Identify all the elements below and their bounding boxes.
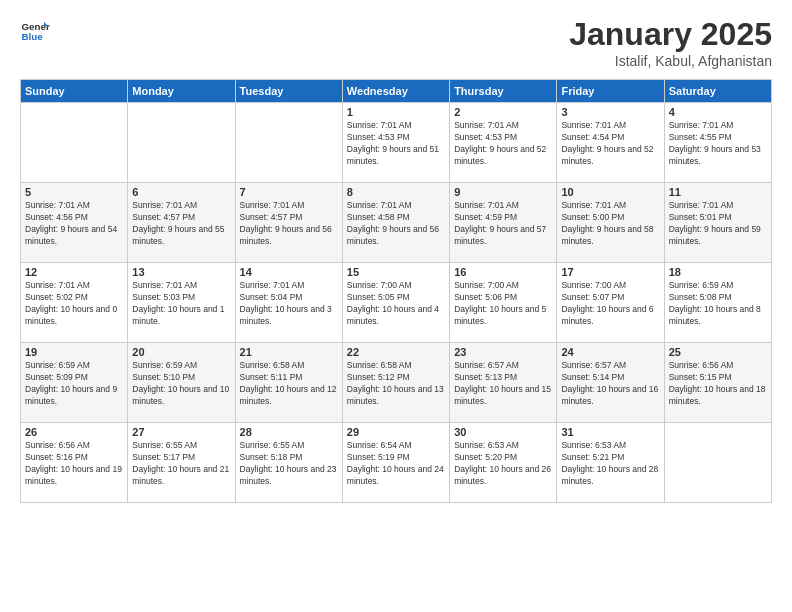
calendar-cell: 12Sunrise: 7:01 AM Sunset: 5:02 PM Dayli… <box>21 263 128 343</box>
cell-content: Sunrise: 6:55 AM Sunset: 5:18 PM Dayligh… <box>240 440 338 488</box>
day-number: 3 <box>561 106 659 118</box>
calendar-cell: 5Sunrise: 7:01 AM Sunset: 4:56 PM Daylig… <box>21 183 128 263</box>
calendar-cell: 17Sunrise: 7:00 AM Sunset: 5:07 PM Dayli… <box>557 263 664 343</box>
cell-content: Sunrise: 6:59 AM Sunset: 5:08 PM Dayligh… <box>669 280 767 328</box>
day-number: 19 <box>25 346 123 358</box>
cell-content: Sunrise: 6:56 AM Sunset: 5:16 PM Dayligh… <box>25 440 123 488</box>
day-number: 6 <box>132 186 230 198</box>
day-number: 4 <box>669 106 767 118</box>
day-number: 5 <box>25 186 123 198</box>
calendar-cell: 23Sunrise: 6:57 AM Sunset: 5:13 PM Dayli… <box>450 343 557 423</box>
calendar-cell: 29Sunrise: 6:54 AM Sunset: 5:19 PM Dayli… <box>342 423 449 503</box>
calendar-cell: 22Sunrise: 6:58 AM Sunset: 5:12 PM Dayli… <box>342 343 449 423</box>
calendar-cell: 16Sunrise: 7:00 AM Sunset: 5:06 PM Dayli… <box>450 263 557 343</box>
cell-content: Sunrise: 7:01 AM Sunset: 5:03 PM Dayligh… <box>132 280 230 328</box>
cell-content: Sunrise: 7:01 AM Sunset: 5:00 PM Dayligh… <box>561 200 659 248</box>
calendar-subtitle: Istalif, Kabul, Afghanistan <box>569 53 772 69</box>
calendar-cell <box>235 103 342 183</box>
day-number: 27 <box>132 426 230 438</box>
calendar-cell: 20Sunrise: 6:59 AM Sunset: 5:10 PM Dayli… <box>128 343 235 423</box>
calendar-cell: 26Sunrise: 6:56 AM Sunset: 5:16 PM Dayli… <box>21 423 128 503</box>
day-number: 28 <box>240 426 338 438</box>
day-number: 7 <box>240 186 338 198</box>
cell-content: Sunrise: 7:01 AM Sunset: 4:57 PM Dayligh… <box>240 200 338 248</box>
calendar-cell: 1Sunrise: 7:01 AM Sunset: 4:53 PM Daylig… <box>342 103 449 183</box>
weekday-header-wednesday: Wednesday <box>342 80 449 103</box>
calendar-cell: 4Sunrise: 7:01 AM Sunset: 4:55 PM Daylig… <box>664 103 771 183</box>
calendar-cell: 10Sunrise: 7:01 AM Sunset: 5:00 PM Dayli… <box>557 183 664 263</box>
calendar-cell: 31Sunrise: 6:53 AM Sunset: 5:21 PM Dayli… <box>557 423 664 503</box>
day-number: 18 <box>669 266 767 278</box>
calendar-cell: 30Sunrise: 6:53 AM Sunset: 5:20 PM Dayli… <box>450 423 557 503</box>
cell-content: Sunrise: 6:55 AM Sunset: 5:17 PM Dayligh… <box>132 440 230 488</box>
cell-content: Sunrise: 7:01 AM Sunset: 4:56 PM Dayligh… <box>25 200 123 248</box>
day-number: 10 <box>561 186 659 198</box>
cell-content: Sunrise: 7:00 AM Sunset: 5:06 PM Dayligh… <box>454 280 552 328</box>
day-number: 20 <box>132 346 230 358</box>
calendar-cell: 13Sunrise: 7:01 AM Sunset: 5:03 PM Dayli… <box>128 263 235 343</box>
cell-content: Sunrise: 7:01 AM Sunset: 4:58 PM Dayligh… <box>347 200 445 248</box>
calendar-cell: 15Sunrise: 7:00 AM Sunset: 5:05 PM Dayli… <box>342 263 449 343</box>
calendar-cell: 9Sunrise: 7:01 AM Sunset: 4:59 PM Daylig… <box>450 183 557 263</box>
day-number: 31 <box>561 426 659 438</box>
calendar-cell: 18Sunrise: 6:59 AM Sunset: 5:08 PM Dayli… <box>664 263 771 343</box>
weekday-header-row: SundayMondayTuesdayWednesdayThursdayFrid… <box>21 80 772 103</box>
day-number: 14 <box>240 266 338 278</box>
calendar-cell: 7Sunrise: 7:01 AM Sunset: 4:57 PM Daylig… <box>235 183 342 263</box>
day-number: 1 <box>347 106 445 118</box>
cell-content: Sunrise: 7:00 AM Sunset: 5:05 PM Dayligh… <box>347 280 445 328</box>
svg-text:Blue: Blue <box>22 31 44 42</box>
calendar-cell <box>664 423 771 503</box>
cell-content: Sunrise: 7:01 AM Sunset: 5:04 PM Dayligh… <box>240 280 338 328</box>
day-number: 22 <box>347 346 445 358</box>
day-number: 26 <box>25 426 123 438</box>
week-row-1: 1Sunrise: 7:01 AM Sunset: 4:53 PM Daylig… <box>21 103 772 183</box>
cell-content: Sunrise: 7:01 AM Sunset: 4:57 PM Dayligh… <box>132 200 230 248</box>
weekday-header-monday: Monday <box>128 80 235 103</box>
day-number: 24 <box>561 346 659 358</box>
day-number: 8 <box>347 186 445 198</box>
cell-content: Sunrise: 6:59 AM Sunset: 5:09 PM Dayligh… <box>25 360 123 408</box>
calendar-cell: 8Sunrise: 7:01 AM Sunset: 4:58 PM Daylig… <box>342 183 449 263</box>
cell-content: Sunrise: 6:59 AM Sunset: 5:10 PM Dayligh… <box>132 360 230 408</box>
day-number: 30 <box>454 426 552 438</box>
cell-content: Sunrise: 7:01 AM Sunset: 4:53 PM Dayligh… <box>347 120 445 168</box>
weekday-header-friday: Friday <box>557 80 664 103</box>
calendar-cell: 6Sunrise: 7:01 AM Sunset: 4:57 PM Daylig… <box>128 183 235 263</box>
day-number: 29 <box>347 426 445 438</box>
calendar-cell: 11Sunrise: 7:01 AM Sunset: 5:01 PM Dayli… <box>664 183 771 263</box>
day-number: 25 <box>669 346 767 358</box>
cell-content: Sunrise: 6:57 AM Sunset: 5:13 PM Dayligh… <box>454 360 552 408</box>
weekday-header-sunday: Sunday <box>21 80 128 103</box>
day-number: 21 <box>240 346 338 358</box>
cell-content: Sunrise: 7:01 AM Sunset: 4:55 PM Dayligh… <box>669 120 767 168</box>
cell-content: Sunrise: 7:00 AM Sunset: 5:07 PM Dayligh… <box>561 280 659 328</box>
week-row-3: 12Sunrise: 7:01 AM Sunset: 5:02 PM Dayli… <box>21 263 772 343</box>
cell-content: Sunrise: 6:53 AM Sunset: 5:21 PM Dayligh… <box>561 440 659 488</box>
cell-content: Sunrise: 7:01 AM Sunset: 5:02 PM Dayligh… <box>25 280 123 328</box>
cell-content: Sunrise: 7:01 AM Sunset: 4:54 PM Dayligh… <box>561 120 659 168</box>
day-number: 2 <box>454 106 552 118</box>
weekday-header-saturday: Saturday <box>664 80 771 103</box>
calendar-cell: 3Sunrise: 7:01 AM Sunset: 4:54 PM Daylig… <box>557 103 664 183</box>
cell-content: Sunrise: 6:54 AM Sunset: 5:19 PM Dayligh… <box>347 440 445 488</box>
cell-content: Sunrise: 6:58 AM Sunset: 5:11 PM Dayligh… <box>240 360 338 408</box>
cell-content: Sunrise: 7:01 AM Sunset: 4:59 PM Dayligh… <box>454 200 552 248</box>
svg-text:General: General <box>22 21 51 32</box>
week-row-2: 5Sunrise: 7:01 AM Sunset: 4:56 PM Daylig… <box>21 183 772 263</box>
week-row-5: 26Sunrise: 6:56 AM Sunset: 5:16 PM Dayli… <box>21 423 772 503</box>
calendar-table: SundayMondayTuesdayWednesdayThursdayFrid… <box>20 79 772 503</box>
logo-icon: General Blue <box>20 16 50 46</box>
day-number: 11 <box>669 186 767 198</box>
title-block: January 2025 Istalif, Kabul, Afghanistan <box>569 16 772 69</box>
day-number: 12 <box>25 266 123 278</box>
cell-content: Sunrise: 6:58 AM Sunset: 5:12 PM Dayligh… <box>347 360 445 408</box>
calendar-cell: 24Sunrise: 6:57 AM Sunset: 5:14 PM Dayli… <box>557 343 664 423</box>
cell-content: Sunrise: 7:01 AM Sunset: 5:01 PM Dayligh… <box>669 200 767 248</box>
calendar-cell: 21Sunrise: 6:58 AM Sunset: 5:11 PM Dayli… <box>235 343 342 423</box>
cell-content: Sunrise: 6:57 AM Sunset: 5:14 PM Dayligh… <box>561 360 659 408</box>
calendar-cell: 27Sunrise: 6:55 AM Sunset: 5:17 PM Dayli… <box>128 423 235 503</box>
calendar-cell: 19Sunrise: 6:59 AM Sunset: 5:09 PM Dayli… <box>21 343 128 423</box>
calendar-cell: 14Sunrise: 7:01 AM Sunset: 5:04 PM Dayli… <box>235 263 342 343</box>
calendar-cell: 25Sunrise: 6:56 AM Sunset: 5:15 PM Dayli… <box>664 343 771 423</box>
